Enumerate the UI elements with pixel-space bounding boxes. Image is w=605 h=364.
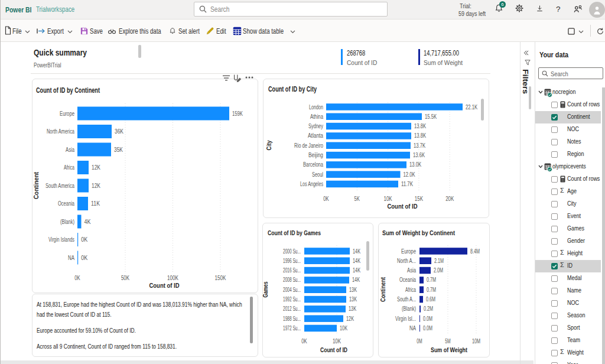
svg-text:Count of ID by Continent: Count of ID by Continent — [36, 86, 100, 95]
svg-text:13.6K: 13.6K — [413, 152, 425, 158]
svg-text:Asia: Asia — [66, 146, 74, 153]
svg-text:Count of ID by City: Count of ID by City — [268, 85, 317, 93]
svg-text:2008 Su...: 2008 Su... — [283, 277, 301, 283]
svg-text:0M: 0M — [417, 338, 422, 344]
svg-text:13K: 13K — [349, 287, 357, 293]
svg-text:South America: South America — [45, 182, 74, 189]
svg-text:4K: 4K — [84, 218, 91, 225]
svg-text:35K: 35K — [114, 146, 123, 153]
svg-text:0.0M: 0.0M — [423, 325, 432, 332]
svg-text:Count of ID: Count of ID — [388, 203, 418, 210]
svg-text:Oceania: Oceania — [399, 277, 416, 283]
svg-text:22.1K: 22.1K — [466, 104, 477, 110]
svg-text:0K: 0K — [74, 274, 80, 281]
svg-text:0K: 0K — [81, 236, 87, 243]
svg-text:North A...: North A... — [397, 258, 416, 264]
svg-text:2.0M: 2.0M — [434, 267, 443, 274]
svg-text:12K: 12K — [92, 164, 100, 171]
svg-text:Africa: Africa — [64, 164, 74, 171]
svg-text:2004 Su...: 2004 Su... — [283, 287, 301, 293]
svg-text:Virgin Islands: Virgin Islands — [48, 236, 74, 243]
svg-text:5K: 5K — [354, 196, 360, 202]
svg-text:100K: 100K — [167, 274, 178, 281]
svg-text:Athina: Athina — [310, 113, 323, 120]
svg-text:150K: 150K — [215, 274, 226, 281]
svg-text:0.7M: 0.7M — [427, 277, 436, 283]
svg-text:11K: 11K — [91, 200, 100, 207]
svg-text:12.0K: 12.0K — [404, 171, 415, 178]
svg-text:Africa: Africa — [405, 287, 416, 293]
svg-text:Count of ID by Games: Count of ID by Games — [268, 229, 321, 236]
svg-text:Sydney: Sydney — [308, 123, 323, 129]
svg-text:Sum of Weight: Sum of Weight — [431, 346, 467, 353]
svg-text:14K: 14K — [353, 267, 360, 274]
svg-text:Count of ID: Count of ID — [320, 346, 347, 353]
svg-text:North America: North America — [47, 128, 74, 135]
svg-text:13K: 13K — [349, 306, 356, 312]
svg-text:8.4M: 8.4M — [470, 248, 480, 255]
svg-text:Virgin Isl...: Virgin Isl... — [395, 316, 416, 322]
svg-text:13.0K: 13.0K — [409, 161, 421, 168]
svg-text:Sum of Weight by Continent: Sum of Weight by Continent — [382, 229, 455, 236]
svg-text:20K: 20K — [445, 196, 454, 202]
svg-text:10K: 10K — [333, 338, 341, 344]
svg-text:15.5K: 15.5K — [425, 113, 437, 120]
svg-text:1972 Su...: 1972 Su... — [283, 325, 301, 332]
svg-text:1988 Su...: 1988 Su... — [283, 316, 301, 322]
svg-text:13K: 13K — [349, 296, 357, 303]
svg-text:0K: 0K — [81, 254, 87, 261]
svg-text:12K: 12K — [92, 182, 100, 189]
svg-text:1992 Su...: 1992 Su... — [283, 296, 301, 303]
svg-text:Los Angeles: Los Angeles — [300, 181, 323, 187]
svg-text:14K: 14K — [353, 248, 360, 255]
svg-text:2000 Su...: 2000 Su... — [283, 248, 301, 255]
svg-text:1996 Su...: 1996 Su... — [283, 258, 301, 264]
svg-text:Games: Games — [262, 281, 269, 297]
svg-text:13.8K: 13.8K — [414, 132, 426, 139]
svg-text:36K: 36K — [115, 128, 123, 135]
svg-text:2.1M: 2.1M — [434, 258, 444, 264]
svg-text:Atlanta: Atlanta — [308, 132, 323, 139]
svg-text:159K: 159K — [232, 110, 243, 117]
svg-text:10K: 10K — [340, 325, 347, 332]
svg-text:Europe: Europe — [60, 110, 74, 117]
svg-text:NA: NA — [409, 325, 416, 332]
svg-text:13.7K: 13.7K — [414, 142, 425, 149]
svg-text:South A...: South A... — [397, 296, 416, 303]
svg-text:0.2M: 0.2M — [424, 306, 433, 312]
svg-text:Rio de Janeiro: Rio de Janeiro — [294, 142, 323, 149]
svg-text:12K: 12K — [346, 316, 354, 322]
svg-text:10K: 10K — [384, 196, 392, 202]
svg-text:15K: 15K — [415, 196, 423, 202]
svg-text:Asia: Asia — [407, 267, 416, 274]
svg-text:Continent: Continent — [32, 172, 40, 199]
svg-text:Count of ID: Count of ID — [149, 282, 180, 289]
svg-text:14K: 14K — [353, 258, 360, 264]
svg-text:Continent: Continent — [379, 277, 386, 302]
svg-text:10M: 10M — [472, 338, 480, 344]
svg-text:14K: 14K — [352, 277, 360, 283]
svg-text:(Blank): (Blank) — [402, 306, 416, 312]
svg-text:50K: 50K — [121, 274, 129, 281]
svg-text:13.8K: 13.8K — [414, 123, 426, 129]
svg-text:0.7M: 0.7M — [427, 287, 436, 293]
svg-text:Barcelona: Barcelona — [303, 161, 323, 168]
svg-text:Oceania: Oceania — [58, 200, 74, 207]
svg-text:NA: NA — [68, 254, 74, 261]
svg-text:Seoul: Seoul — [312, 171, 323, 178]
svg-text:0.6M: 0.6M — [426, 296, 435, 303]
svg-text:London: London — [309, 104, 323, 110]
svg-text:0K: 0K — [301, 338, 307, 344]
svg-text:City: City — [265, 140, 272, 150]
svg-text:2016 Su...: 2016 Su... — [283, 267, 301, 274]
svg-text:0K: 0K — [323, 196, 329, 202]
svg-text:2012 Su...: 2012 Su... — [283, 306, 301, 312]
svg-text:(Blank): (Blank) — [60, 218, 74, 225]
svg-text:5M: 5M — [445, 338, 450, 344]
svg-text:Europe: Europe — [401, 248, 416, 255]
svg-text:Beijing: Beijing — [308, 152, 323, 158]
svg-text:0.0M: 0.0M — [423, 316, 432, 322]
svg-text:11.7K: 11.7K — [401, 181, 413, 187]
